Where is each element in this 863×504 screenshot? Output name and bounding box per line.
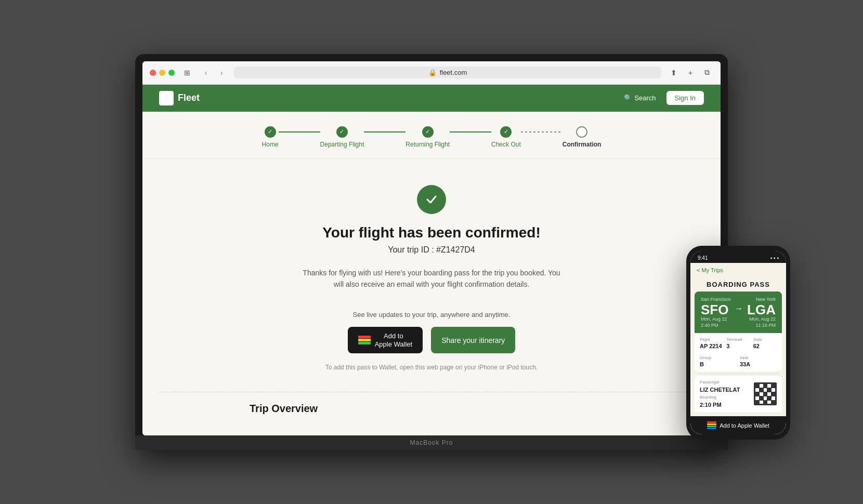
live-updates-text: See live updates to your trip, anywhere … — [353, 311, 511, 319]
gate-detail: Gate 62 — [753, 337, 777, 349]
passenger-info: Passenger LIZ CHETELAT Boarding 2:10 PM — [700, 380, 740, 408]
step-label-returning: Returning Flight — [406, 141, 450, 148]
to-code: LGA — [747, 303, 776, 316]
boarding-details-2: Group B Seat 33A — [695, 353, 782, 372]
share-itinerary-button[interactable]: Share your itinerary — [431, 327, 515, 353]
passenger-label: Passenger — [700, 380, 740, 384]
boarding-pass-header: BOARDING PASS — [690, 277, 786, 291]
url-text: fleet.com — [440, 69, 467, 76]
macbook-base: MacBook Pro — [135, 435, 728, 450]
boarding-time: 2:10 PM — [700, 402, 740, 408]
trip-overview-title: Trip Overview — [250, 403, 613, 415]
connector-2 — [364, 131, 406, 132]
flight-route: San Francisco SFO Mon, Aug 22 2:40 PM → … — [701, 297, 776, 328]
to-time: 11:15 PM — [747, 323, 776, 328]
share-action-icon[interactable]: ⬆ — [668, 67, 680, 79]
signin-button[interactable]: Sign In — [666, 91, 704, 105]
step-home: ✓ Home — [262, 126, 279, 148]
back-button[interactable]: ‹ — [200, 67, 212, 79]
search-link[interactable]: 🔍 Search — [624, 94, 656, 102]
to-date: Mon, Aug 22 — [747, 316, 776, 322]
passenger-section: Passenger LIZ CHETELAT Boarding 2:10 PM — [695, 376, 782, 412]
search-icon: 🔍 — [624, 94, 632, 102]
connector-1 — [279, 131, 320, 132]
terminal-detail: Terminal 3 — [726, 337, 750, 349]
confirmation-description: Thanks for flying with us! Here's your b… — [302, 267, 561, 290]
brand-icon: 🛍 — [159, 91, 174, 105]
seat-detail: Seat 33A — [740, 355, 777, 367]
flight-detail: Flight AP 2214 — [700, 337, 723, 349]
departure-info: San Francisco SFO Mon, Aug 22 2:40 PM — [701, 297, 731, 328]
gate-label: Gate — [753, 337, 777, 342]
from-date: Mon, Aug 22 — [701, 316, 731, 322]
sidebar-toggle[interactable]: ⊞ — [181, 67, 193, 79]
website-content: 🛍 Fleet 🔍 Search Sign In ✓ — [142, 85, 721, 436]
step-circle-returning: ✓ — [422, 126, 434, 138]
perforated-line — [695, 372, 782, 376]
step-returning: ✓ Returning Flight — [406, 126, 450, 148]
phone-back-nav[interactable]: < My Trips — [690, 263, 786, 277]
step-circle-home: ✓ — [265, 126, 276, 138]
confirmation-icon — [417, 185, 446, 214]
traffic-light-red[interactable] — [150, 70, 156, 76]
group-value: B — [700, 361, 737, 367]
wallet-icon — [358, 336, 371, 345]
step-label-home: Home — [262, 141, 279, 148]
route-arrow-icon: → — [735, 304, 743, 313]
steps-container: ✓ Home ✓ Departing Flight — [262, 126, 602, 148]
lock-icon: 🔒 — [428, 69, 437, 76]
tabs-icon[interactable]: ⧉ — [701, 67, 713, 79]
divider — [159, 392, 704, 392]
step-confirmation: Confirmation — [563, 126, 602, 148]
phone-wallet-button[interactable]: Add to Apple Wallet — [690, 416, 786, 434]
traffic-light-green[interactable] — [168, 70, 175, 76]
phone-status-bar: 9:41 ▪ ▪ ▪ — [690, 251, 786, 263]
step-checkout: ✓ Check Out — [491, 126, 521, 148]
step-label-checkout: Check Out — [491, 141, 521, 148]
back-nav-label: < My Trips — [697, 267, 723, 273]
perf-dashed-line — [698, 374, 778, 374]
new-tab-icon[interactable]: + — [684, 67, 697, 79]
navbar: 🛍 Fleet 🔍 Search Sign In — [142, 85, 721, 112]
gate-value: 62 — [753, 343, 777, 349]
confirmation-title: Your flight has been confirmed! — [322, 224, 541, 241]
progress-bar: ✓ Home ✓ Departing Flight — [142, 112, 721, 159]
step-circle-confirmation — [576, 126, 587, 138]
step-departing: ✓ Departing Flight — [320, 126, 364, 148]
check-icon — [424, 192, 439, 207]
arrival-info: New York LGA Mon, Aug 22 11:15 PM — [747, 297, 776, 328]
from-code: SFO — [701, 303, 731, 316]
traffic-light-yellow[interactable] — [159, 70, 165, 76]
phone-status-icons: ▪ ▪ ▪ — [770, 255, 779, 261]
trip-id: Your trip ID : #Z1427D4 — [388, 245, 475, 255]
main-content: Your flight has been confirmed! Your tri… — [142, 159, 721, 436]
phone-screen: 9:41 ▪ ▪ ▪ < My Trips BOARDING PASS San … — [690, 251, 786, 434]
macbook-label: MacBook Pro — [410, 439, 453, 446]
phone-wallet-btn-label: Add to Apple Wallet — [720, 422, 769, 429]
connector-3 — [450, 131, 491, 132]
action-buttons: Add to Apple Wallet Share your itinerary — [348, 327, 516, 353]
brand-name: Fleet — [178, 92, 200, 103]
from-city: San Francisco — [701, 297, 731, 302]
wallet-button-label: Add to Apple Wallet — [375, 332, 413, 348]
flight-value: AP 2214 — [700, 343, 723, 349]
step-circle-departing: ✓ — [336, 126, 348, 138]
wallet-hint: To add this pass to Wallet, open this we… — [325, 364, 538, 371]
connector-4 — [521, 131, 563, 132]
phone-time: 9:41 — [698, 255, 708, 261]
perf-circle-right — [778, 370, 786, 377]
address-bar[interactable]: 🔒 fleet.com — [234, 67, 661, 78]
qr-code — [754, 382, 777, 405]
boarding-time-label: Boarding — [700, 395, 740, 400]
to-city: New York — [747, 297, 776, 302]
boarding-pass-card: San Francisco SFO Mon, Aug 22 2:40 PM → … — [695, 291, 782, 333]
boarding-details-1: Flight AP 2214 Terminal 3 Gate 62 — [695, 333, 782, 353]
add-to-wallet-button[interactable]: Add to Apple Wallet — [348, 327, 423, 353]
navbar-right: 🔍 Search Sign In — [624, 91, 704, 105]
phone-mockup: 9:41 ▪ ▪ ▪ < My Trips BOARDING PASS San … — [686, 246, 790, 440]
group-detail: Group B — [700, 355, 737, 367]
group-label: Group — [700, 355, 737, 360]
brand: 🛍 Fleet — [159, 91, 200, 105]
seat-value: 33A — [740, 361, 777, 367]
forward-button[interactable]: › — [215, 67, 228, 79]
